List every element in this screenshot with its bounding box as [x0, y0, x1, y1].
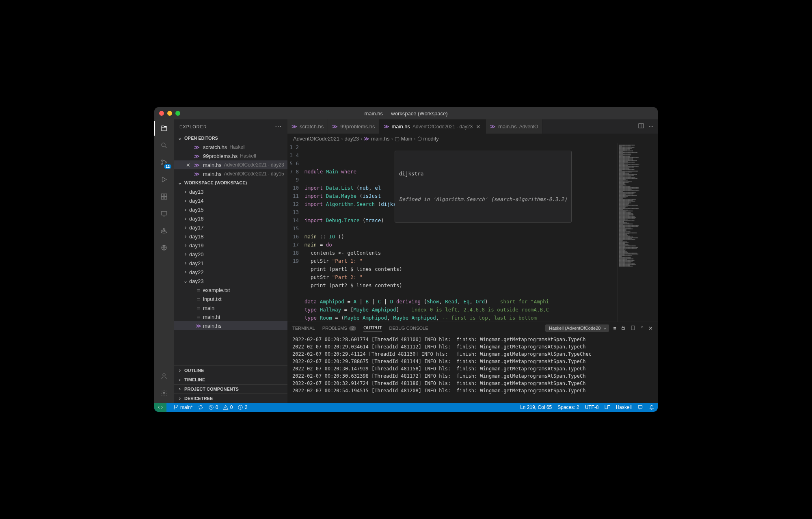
open-editor-item[interactable]: ≫scratch.hs Haskell [174, 143, 287, 151]
status-bar: main* 0 0 2 Ln 219, Col 65 Spaces: 2 UTF… [154, 403, 658, 412]
more-actions-icon[interactable]: ⋯ [648, 123, 654, 130]
git-branch[interactable]: main* [173, 404, 193, 410]
sidebar-section-devicetree[interactable]: ›DEVICETREE [174, 394, 287, 403]
folder-item[interactable]: ⌄day23 [174, 277, 287, 285]
sidebar-section-project components[interactable]: ›PROJECT COMPONENTS [174, 384, 287, 394]
folder-item[interactable]: ›day21 [174, 259, 287, 268]
panel-tabs: TERMINAL PROBLEMS2 OUTPUT DEBUG CONSOLE … [287, 322, 658, 334]
cursor-position[interactable]: Ln 219, Col 65 [520, 404, 552, 410]
open-editors-section[interactable]: ⌄OPEN EDITORS [174, 134, 287, 143]
breadcrumb-item[interactable]: ≫ main.hs [364, 136, 389, 142]
clear-icon[interactable] [630, 325, 636, 332]
tab-debug-console[interactable]: DEBUG CONSOLE [389, 326, 428, 331]
minimap[interactable]: ███████████████████████████████████ ████… [617, 143, 658, 322]
notifications-icon[interactable] [649, 404, 654, 410]
close-tab-icon[interactable]: ✕ [475, 123, 482, 130]
traffic-lights [154, 111, 180, 116]
svg-rect-12 [163, 229, 164, 230]
sidebar: EXPLORER ⋯ ⌄OPEN EDITORS ≫scratch.hs Has… [174, 119, 287, 403]
close-window-button[interactable] [159, 111, 164, 116]
account-icon[interactable] [159, 371, 169, 381]
svg-rect-9 [162, 230, 163, 231]
svg-point-14 [163, 392, 165, 394]
file-item[interactable]: ≡example.txt [174, 285, 287, 294]
svg-point-1 [162, 160, 163, 162]
folder-item[interactable]: ›day20 [174, 250, 287, 259]
folder-item[interactable]: ›day17 [174, 223, 287, 232]
lock-icon[interactable] [620, 325, 626, 332]
file-item[interactable]: ≡main [174, 303, 287, 312]
docker-icon[interactable] [159, 226, 169, 236]
folder-item[interactable]: ›day13 [174, 187, 287, 196]
folder-item[interactable]: ›day22 [174, 268, 287, 277]
hover-desc: Defined in 'Algorithm.Search' (search-al… [399, 195, 567, 203]
svg-point-18 [174, 405, 175, 406]
file-item[interactable]: ≡input.txt [174, 294, 287, 303]
output-content[interactable]: 2022-02-07 00:20:28.601774 [ThreadId 481… [287, 334, 658, 403]
code-area[interactable]: module Main where import Data.List (nub,… [304, 143, 617, 322]
sidebar-header: EXPLORER ⋯ [174, 119, 287, 134]
close-panel-icon[interactable]: ✕ [648, 325, 653, 331]
problems-status[interactable]: 0 0 2 [208, 404, 248, 410]
remote-explorer-icon[interactable] [159, 209, 169, 218]
breadcrumb-item[interactable]: day23 [345, 136, 359, 142]
settings-icon[interactable] [159, 388, 169, 398]
editor-tab[interactable]: ≫main.hsAdventO [486, 119, 542, 134]
open-editor-item[interactable]: ≫99problems.hs Haskell [174, 151, 287, 160]
workspace-section[interactable]: ⌄WORKSPACE (WORKSPACE) [174, 178, 287, 187]
hover-name: dijkstra [399, 170, 567, 178]
sidebar-section-timeline[interactable]: ›TIMELINE [174, 375, 287, 384]
vscode-window: main.hs — workspace (Workspace) 12 EXPLO… [154, 107, 658, 412]
indentation[interactable]: Spaces: 2 [557, 404, 579, 410]
editor-tab[interactable]: ≫main.hsAdventOfCode2021 · day23✕ [380, 119, 486, 134]
expand-panel-icon[interactable]: ⌃ [640, 325, 644, 331]
editor-tab[interactable]: ≫99problems.hs [328, 119, 379, 134]
folder-item[interactable]: ›day18 [174, 232, 287, 241]
open-editor-item[interactable]: ≫main.hs AdventOfCode2021 · day15 [174, 169, 287, 178]
editor-tab[interactable]: ≫scratch.hs [287, 119, 328, 134]
open-editor-item[interactable]: ✕≫main.hs AdventOfCode2021 · day23 [174, 160, 287, 169]
scm-badge: 12 [164, 164, 171, 169]
language-mode[interactable]: Haskell [616, 404, 632, 410]
file-item[interactable]: ≫main.hs [174, 321, 287, 330]
live-share-icon[interactable] [159, 243, 169, 253]
sync-icon[interactable] [198, 404, 203, 410]
remote-indicator[interactable] [154, 403, 166, 412]
breadcrumb-item[interactable]: ▢ Main [395, 136, 412, 142]
folder-item[interactable]: ›day16 [174, 214, 287, 223]
explorer-icon[interactable] [159, 123, 169, 133]
editor[interactable]: 1 2 3 4 5 6 7 8 9 10 11 12 13 14 15 16 1… [287, 143, 658, 322]
tab-output[interactable]: OUTPUT [363, 325, 382, 331]
file-item[interactable]: ≡main.hi [174, 312, 287, 321]
run-debug-icon[interactable] [159, 175, 169, 184]
svg-point-3 [165, 162, 167, 163]
tab-problems[interactable]: PROBLEMS2 [322, 326, 356, 331]
sidebar-more-icon[interactable]: ⋯ [275, 123, 282, 130]
source-control-icon[interactable]: 12 [159, 158, 169, 167]
filter-icon[interactable]: ≡ [613, 325, 616, 331]
search-icon[interactable] [159, 141, 169, 150]
maximize-window-button[interactable] [175, 111, 180, 116]
sidebar-section-outline[interactable]: ›OUTLINE [174, 365, 287, 375]
minimize-window-button[interactable] [167, 111, 172, 116]
breadcrumbs[interactable]: AdventOfCode2021›day23›≫ main.hs›▢ Main›… [287, 134, 658, 143]
output-channel-select[interactable]: Haskell (AdventOfCode20 [545, 324, 609, 332]
encoding[interactable]: UTF-8 [585, 404, 599, 410]
svg-rect-11 [165, 230, 166, 231]
split-editor-icon[interactable] [638, 123, 644, 130]
window-title: main.hs — workspace (Workspace) [154, 110, 658, 117]
feedback-icon[interactable] [637, 404, 643, 410]
folder-item[interactable]: ›day14 [174, 196, 287, 205]
svg-rect-10 [163, 230, 164, 231]
folder-item[interactable]: ›day19 [174, 241, 287, 250]
svg-rect-6 [161, 197, 164, 199]
breadcrumb-item[interactable]: AdventOfCode2021 [293, 136, 339, 142]
svg-point-20 [177, 405, 177, 406]
tab-terminal[interactable]: TERMINAL [292, 326, 315, 331]
breadcrumb-item[interactable]: ⬡ modify [417, 136, 439, 142]
eol[interactable]: LF [605, 404, 610, 410]
folder-item[interactable]: ›day15 [174, 205, 287, 214]
svg-rect-5 [164, 194, 167, 196]
extensions-icon[interactable] [159, 192, 169, 201]
activity-bar: 12 [154, 119, 174, 403]
